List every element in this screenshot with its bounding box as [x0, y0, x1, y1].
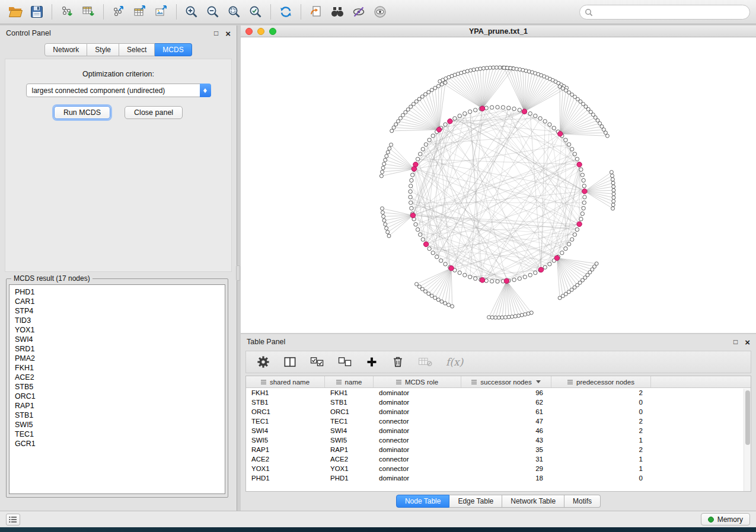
hide-graphics-details-button[interactable]	[348, 2, 369, 21]
tab-network-table[interactable]: Network Table	[502, 495, 564, 508]
minimize-traffic-light-icon[interactable]	[257, 28, 264, 35]
table-scrollbar[interactable]	[744, 389, 751, 491]
table-cell[interactable]: ORC1	[246, 407, 325, 416]
import-table-button[interactable]	[78, 2, 99, 21]
table-cell[interactable]: YOX1	[325, 464, 374, 473]
mcds-result-item[interactable]: RAP1	[15, 401, 219, 411]
table-cell[interactable]: 61	[461, 407, 551, 416]
table-row-TEC1[interactable]: TEC1TEC1connector472	[246, 416, 751, 426]
table-cell[interactable]: ACE2	[246, 454, 325, 464]
table-cell[interactable]: RAP1	[246, 445, 325, 454]
table-cell[interactable]: STB1	[325, 398, 374, 407]
table-cell[interactable]: RAP1	[325, 445, 374, 454]
table-cell[interactable]: 2	[551, 426, 651, 435]
table-row-ORC1[interactable]: ORC1ORC1dominator610	[246, 407, 751, 416]
panel-menu-button[interactable]	[6, 514, 20, 525]
mcds-result-item[interactable]: STP4	[15, 306, 219, 316]
table-cell[interactable]: connector	[374, 416, 461, 426]
table-cell[interactable]: 0	[551, 473, 651, 483]
table-cell[interactable]: 2	[551, 416, 651, 426]
column-header-successor-nodes[interactable]: successor nodes	[461, 376, 551, 387]
table-cell[interactable]: connector	[374, 464, 461, 473]
close-icon[interactable]: ×	[745, 338, 750, 347]
table-cell[interactable]: FKH1	[325, 388, 374, 398]
delete-column-button[interactable]	[391, 355, 404, 368]
table-cell[interactable]: 1	[551, 464, 651, 473]
table-cell[interactable]: dominator	[374, 445, 461, 454]
mcds-result-item[interactable]: CAR1	[15, 297, 219, 306]
table-row-PHD1[interactable]: PHD1PHD1dominator180	[246, 473, 751, 483]
column-header-shared-name[interactable]: shared name	[246, 376, 325, 387]
column-header-predecessor-nodes[interactable]: predecessor nodes	[551, 376, 651, 387]
column-header-name[interactable]: name	[325, 376, 374, 387]
import-network-button[interactable]	[56, 2, 78, 21]
zoom-out-button[interactable]	[202, 2, 224, 21]
export-table-button[interactable]	[129, 2, 151, 21]
table-cell[interactable]: 35	[461, 445, 551, 454]
run-mcds-button[interactable]: Run MCDS	[54, 106, 110, 119]
table-cell[interactable]: 29	[461, 464, 551, 473]
search-input[interactable]	[596, 8, 745, 17]
table-cell[interactable]: ORC1	[325, 407, 374, 416]
close-traffic-light-icon[interactable]	[245, 28, 253, 35]
mcds-result-item[interactable]: STB1	[15, 411, 219, 420]
table-cell[interactable]: 2	[551, 388, 651, 398]
table-cell[interactable]: 96	[461, 388, 551, 398]
zoom-fit-button[interactable]	[224, 2, 245, 21]
zoom-in-button[interactable]	[181, 2, 202, 21]
table-cell[interactable]: TEC1	[325, 416, 374, 426]
float-window-icon[interactable]: □	[733, 338, 738, 345]
table-cell[interactable]: dominator	[374, 426, 461, 435]
mcds-result-item[interactable]: YOX1	[15, 325, 219, 335]
tab-mcds[interactable]: MCDS	[155, 43, 192, 56]
table-cell[interactable]: connector	[374, 454, 461, 464]
column-header-MCDS-role[interactable]: MCDS role	[374, 376, 461, 387]
table-cell[interactable]: TEC1	[246, 416, 325, 426]
mcds-result-item[interactable]: STB5	[15, 382, 219, 392]
panel-divider-handle[interactable]	[236, 265, 240, 281]
tab-edge-table[interactable]: Edge Table	[449, 495, 502, 508]
network-canvas[interactable]	[241, 37, 756, 333]
table-settings-button[interactable]	[257, 355, 270, 368]
table-cell[interactable]: ACE2	[325, 454, 374, 464]
export-image-button[interactable]	[151, 2, 172, 21]
search-network-button[interactable]	[327, 2, 348, 21]
tab-network[interactable]: Network	[44, 43, 87, 56]
table-cell[interactable]: SWI5	[325, 435, 374, 445]
table-cell[interactable]: connector	[374, 435, 461, 445]
table-cell[interactable]: 47	[461, 416, 551, 426]
mcds-result-item[interactable]: ORC1	[15, 392, 219, 401]
mcds-result-item[interactable]: FKH1	[15, 363, 219, 373]
table-row-SWI5[interactable]: SWI5SWI5connector431	[246, 435, 751, 445]
function-builder-button[interactable]: f(x)	[446, 356, 463, 368]
table-row-FKH1[interactable]: FKH1FKH1dominator962	[246, 388, 751, 398]
refresh-view-button[interactable]	[275, 2, 296, 21]
mcds-result-item[interactable]: TID3	[15, 316, 219, 325]
table-row-YOX1[interactable]: YOX1YOX1connector291	[246, 464, 751, 473]
export-network-button[interactable]	[108, 2, 129, 21]
zoom-traffic-light-icon[interactable]	[269, 28, 276, 35]
tab-select[interactable]: Select	[119, 43, 155, 56]
table-cell[interactable]: dominator	[374, 388, 461, 398]
table-cell[interactable]: 43	[461, 435, 551, 445]
table-cell[interactable]: dominator	[374, 398, 461, 407]
save-session-button[interactable]	[26, 2, 47, 21]
mcds-result-item[interactable]: SWI4	[15, 335, 219, 344]
table-cell[interactable]: FKH1	[246, 388, 325, 398]
tab-style[interactable]: Style	[87, 43, 119, 56]
clone-network-button[interactable]	[305, 2, 327, 21]
table-cell[interactable]: SWI5	[246, 435, 325, 445]
create-column-button[interactable]	[366, 356, 378, 368]
open-session-button[interactable]	[5, 2, 26, 21]
table-cell[interactable]: PHD1	[246, 473, 325, 483]
table-cell[interactable]: 31	[461, 454, 551, 464]
show-column-button[interactable]	[283, 356, 296, 368]
table-cell[interactable]: 1	[551, 435, 651, 445]
mcds-result-item[interactable]: GCR1	[15, 439, 219, 448]
show-graphics-details-button[interactable]	[369, 2, 391, 21]
mcds-result-item[interactable]: SWI5	[15, 420, 219, 430]
table-cell[interactable]: STB1	[246, 398, 325, 407]
table-cell[interactable]: 0	[551, 398, 651, 407]
table-cell[interactable]: 46	[461, 426, 551, 435]
memory-button[interactable]: Memory	[701, 513, 750, 525]
